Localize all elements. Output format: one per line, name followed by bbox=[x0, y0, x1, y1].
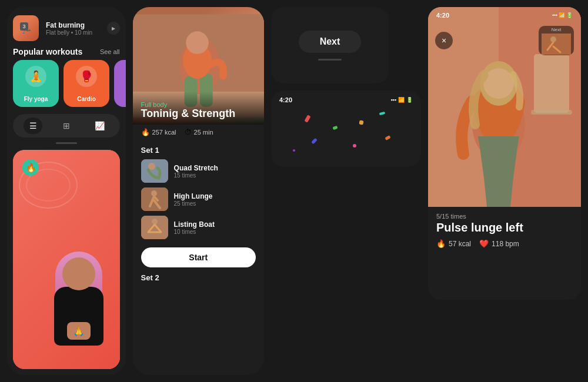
fat-burning-info: Fat burning Flat belly • 10 min bbox=[42, 21, 103, 36]
popular-workouts-header: Popular workouts See all bbox=[7, 43, 126, 60]
exercise-item-1[interactable]: Quad Stretch 15 times bbox=[141, 159, 256, 183]
status-time: 4:20 bbox=[279, 96, 292, 103]
active-battery-icon: 🔋 bbox=[566, 12, 573, 18]
active-signal-icon: ▪▪▪ bbox=[552, 12, 557, 18]
stat-time: ⏱ 25 min bbox=[185, 128, 213, 136]
workout-cards-row: 🧘 Fly yoga 🥊 Cardio F bbox=[7, 60, 126, 112]
meditation-card[interactable]: 🔥 🙏 bbox=[13, 150, 120, 369]
active-wifi-icon: 📶 bbox=[559, 12, 565, 18]
next-exercise-svg bbox=[542, 33, 571, 55]
hero-stats: 🔥 257 kcal ⏱ 25 min bbox=[133, 125, 264, 140]
next-exercise-thumb[interactable]: Next bbox=[539, 26, 574, 55]
exercise-thumb-1 bbox=[141, 159, 168, 183]
next-button[interactable]: Next bbox=[299, 31, 362, 53]
confetti-8 bbox=[293, 149, 295, 152]
active-hero: 4:20 ▪▪▪ 📶 🔋 × Next bbox=[428, 7, 581, 207]
fat-burning-row: 🏃 3 Fat burning Flat belly • 10 min ▶ bbox=[7, 7, 126, 43]
see-all-link[interactable]: See all bbox=[100, 48, 120, 55]
confetti-7 bbox=[385, 135, 390, 140]
popular-workouts-title: Popular workouts bbox=[13, 47, 82, 56]
active-controls: × Next bbox=[428, 26, 581, 55]
top-right-area: Next 4:20 ▪▪▪ 📶 🔋 bbox=[271, 7, 581, 300]
status-icons: ▪▪▪ 📶 🔋 bbox=[390, 97, 413, 103]
svg-point-6 bbox=[186, 31, 209, 54]
exercise-item-2[interactable]: High Lunge 25 times bbox=[141, 187, 256, 211]
exercise-name-3: Listing Boat bbox=[174, 220, 256, 229]
exercise-reps-2: 25 times bbox=[174, 200, 256, 207]
set1-label: Set 1 bbox=[141, 146, 256, 155]
active-stat-bpm: ❤️ 118 bpm bbox=[479, 239, 519, 248]
svg-rect-7 bbox=[141, 159, 168, 183]
workout-card-cardio[interactable]: 🥊 Cardio bbox=[64, 60, 109, 107]
confetti-6 bbox=[379, 111, 386, 115]
svg-rect-17 bbox=[531, 110, 572, 115]
meditation-person: 🙏 bbox=[38, 246, 120, 369]
scroll-indicator bbox=[7, 140, 126, 148]
play-button[interactable]: ▶ bbox=[107, 22, 120, 35]
active-time: 4:20 bbox=[436, 12, 449, 19]
next-panel: Next bbox=[271, 7, 389, 83]
clock-icon: ⏱ bbox=[185, 128, 192, 136]
workout-hero: Full body Toninig & Strength bbox=[133, 7, 264, 125]
tab-grid[interactable]: ⊞ bbox=[57, 118, 76, 134]
workout-card-yoga[interactable]: 🧘 Fly yoga bbox=[13, 60, 59, 107]
hero-label: Full body Toninig & Strength bbox=[133, 92, 264, 125]
active-workout-panel: 4:20 ▪▪▪ 📶 🔋 × Next bbox=[428, 7, 581, 300]
workout-card-more[interactable]: F bbox=[114, 60, 126, 107]
active-status-bar: 4:20 ▪▪▪ 📶 🔋 bbox=[436, 12, 573, 19]
flame-icon: 🔥 bbox=[22, 159, 39, 176]
exercise-reps-3: 10 times bbox=[174, 229, 256, 235]
svg-point-14 bbox=[550, 36, 556, 42]
svg-point-12 bbox=[152, 219, 158, 224]
tab-bar: ☰ ⊞ 📈 bbox=[13, 114, 120, 138]
wifi-icon: 📶 bbox=[398, 97, 405, 103]
confetti-2 bbox=[332, 126, 338, 130]
battery-icon: 🔋 bbox=[406, 97, 413, 103]
active-exercise-name: Pulse lunge left bbox=[436, 221, 573, 234]
confetti-3 bbox=[311, 138, 318, 144]
next-thumb-image bbox=[542, 33, 571, 55]
active-bpm-value: 118 bpm bbox=[492, 240, 519, 248]
active-kcal-value: 57 kcal bbox=[449, 240, 471, 248]
exercise-name-2: High Lunge bbox=[174, 192, 256, 200]
scroll-dot bbox=[56, 142, 77, 144]
quad-stretch-thumb bbox=[141, 159, 168, 183]
phone-panel-left: 🏃 3 Fat burning Flat belly • 10 min ▶ Po… bbox=[7, 7, 126, 375]
exercise-info-2: High Lunge 25 times bbox=[174, 192, 256, 207]
cardio-icon: 🥊 bbox=[76, 66, 97, 87]
close-icon: × bbox=[442, 36, 446, 45]
exercise-thumb-2 bbox=[141, 187, 168, 211]
stat-kcal: 🔥 257 kcal bbox=[141, 128, 176, 136]
confetti-1 bbox=[305, 115, 311, 122]
exercise-reps-1: 15 times bbox=[174, 172, 256, 179]
flame-stat-icon: 🔥 bbox=[141, 128, 150, 136]
yoga-icon: 🧘 bbox=[25, 66, 46, 87]
active-bottom: 5/15 times Pulse lunge left 🔥 57 kcal ❤️… bbox=[428, 207, 581, 300]
right-top-left: Next 4:20 ▪▪▪ 📶 🔋 bbox=[271, 7, 421, 167]
tab-chart[interactable]: 📈 bbox=[90, 118, 109, 134]
fat-burning-title: Fat burning bbox=[46, 21, 103, 29]
start-button[interactable]: Start bbox=[141, 247, 256, 267]
exercise-item-3[interactable]: Listing Boat 10 times bbox=[141, 216, 256, 239]
next-thumb-label: Next bbox=[552, 27, 561, 32]
kcal-value: 257 kcal bbox=[152, 129, 176, 136]
signal-icon: ▪▪▪ bbox=[390, 97, 396, 103]
svg-point-8 bbox=[148, 163, 155, 170]
workout-content: Set 1 Quad Stretch 15 times bbox=[133, 140, 264, 375]
time-value: 25 min bbox=[194, 129, 213, 136]
phone-status-bar: 4:20 ▪▪▪ 📶 🔋 bbox=[279, 96, 413, 103]
svg-rect-16 bbox=[534, 54, 569, 113]
progress-indicator: 5/15 times bbox=[436, 213, 573, 220]
close-button[interactable]: × bbox=[435, 32, 453, 49]
exercise-name-1: Quad Stretch bbox=[174, 164, 256, 172]
high-lunge-thumb bbox=[141, 187, 168, 211]
cardio-label: Cardio bbox=[77, 96, 96, 102]
active-stat-kcal: 🔥 57 kcal bbox=[436, 239, 471, 248]
tab-list[interactable]: ☰ bbox=[24, 118, 42, 134]
yoga-label: Fly yoga bbox=[24, 96, 48, 102]
confetti-phone: 4:20 ▪▪▪ 📶 🔋 bbox=[271, 91, 421, 167]
exercise-info-1: Quad Stretch 15 times bbox=[174, 164, 256, 179]
confetti-4 bbox=[359, 120, 364, 125]
phone-panel-middle: Full body Toninig & Strength 🔥 257 kcal … bbox=[133, 7, 264, 375]
right-column: Next 4:20 ▪▪▪ 📶 🔋 bbox=[271, 7, 581, 300]
